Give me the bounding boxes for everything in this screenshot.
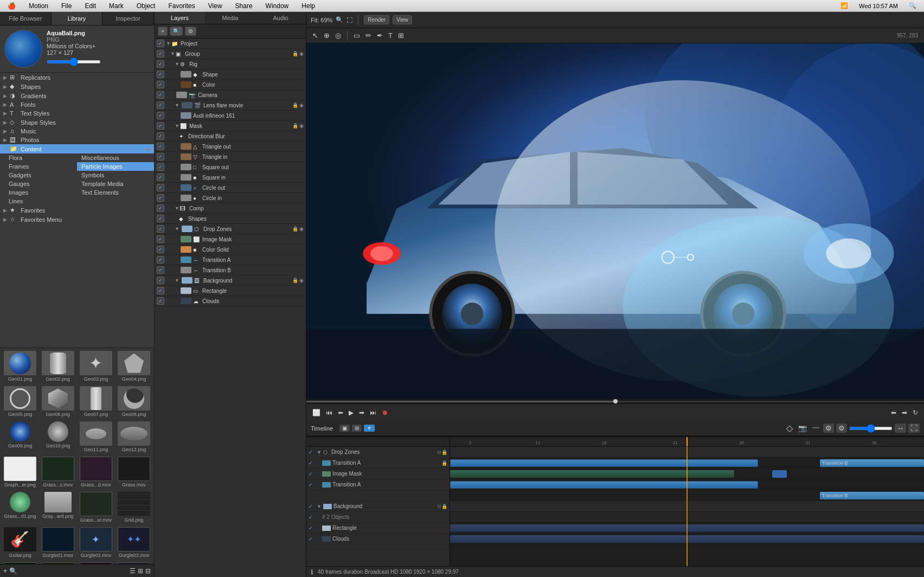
pen-tool[interactable]: ✒: [375, 31, 384, 40]
tab-file-browser[interactable]: File Browser: [0, 12, 52, 25]
next-frame-btn[interactable]: ➡: [357, 409, 366, 416]
layer-circle-out[interactable]: ○ Circle out: [155, 183, 306, 193]
tl-check[interactable]: ✓: [309, 482, 315, 488]
layer-group[interactable]: ▼ ▣ Group 🔒 ◉: [155, 49, 306, 59]
timeline-scrubber-bar[interactable]: [306, 399, 924, 403]
layer-visibility[interactable]: [157, 225, 164, 233]
menu-file[interactable]: File: [58, 1, 75, 11]
thumb-gurgle04[interactable]: ✦ Gurgle04.mov: [2, 561, 38, 564]
render-button[interactable]: Render: [364, 15, 389, 24]
clip-small[interactable]: [772, 470, 786, 478]
sidebar-item-gauges[interactable]: Gauges: [0, 179, 77, 188]
tl-rectangle[interactable]: ✓ Rectangle: [306, 523, 450, 534]
search-layer-btn[interactable]: 🔍: [170, 27, 183, 36]
layer-visibility[interactable]: [157, 266, 164, 274]
thumb-grid[interactable]: Grid.png: [116, 491, 152, 524]
menu-edit[interactable]: Edit: [81, 1, 99, 11]
thumb-geo09[interactable]: Geo09.png: [2, 420, 38, 453]
layer-visibility[interactable]: [157, 235, 164, 243]
layer-visibility[interactable]: [157, 132, 164, 140]
expand-icon[interactable]: ▼: [175, 206, 180, 211]
thumb-gurgle03[interactable]: ✦✦ Gurgle03.mov: [116, 526, 152, 559]
play-btn[interactable]: ▶: [347, 409, 355, 416]
thumb-gray-ard[interactable]: Gray...ard.png: [40, 491, 76, 524]
layer-mask[interactable]: ▼ ⬜ Mask 🔒 ◉: [155, 121, 306, 131]
layer-drop-zones[interactable]: ▼ ⬡ Drop Zones 🔒 ◉: [155, 224, 306, 234]
layer-options-btn[interactable]: ⚙: [185, 27, 196, 36]
thumb-grass-s[interactable]: Grass...s.mov: [40, 456, 76, 489]
menu-share[interactable]: Share: [232, 1, 256, 11]
tl-background[interactable]: ✓ ▼ Background ⊞ 🔒: [306, 501, 450, 512]
sidebar-item-favorites[interactable]: ▶ ★ Favorites: [0, 206, 154, 215]
tl-drop-zones[interactable]: ✓ ▼ ⬡ Drop Zones ⊞ 🔒: [306, 447, 450, 458]
prev-keyframe-btn[interactable]: ⬅: [889, 409, 898, 416]
playhead[interactable]: [686, 437, 688, 446]
layer-visibility[interactable]: [157, 70, 164, 78]
layer-rig[interactable]: ▼ ⚙ Rig: [155, 59, 306, 69]
transform-tool[interactable]: ⊕: [322, 31, 331, 40]
sidebar-item-textstyles[interactable]: ▶ T Text Styles: [0, 109, 154, 118]
timeline-toggle-btn[interactable]: ⬜: [311, 409, 322, 416]
layer-visibility[interactable]: [157, 174, 164, 181]
layer-lens-flare[interactable]: ▼ 🎬 Lens flare movie 🔒 ◉: [155, 100, 306, 111]
layer-visibility[interactable]: [157, 81, 164, 88]
select-tool[interactable]: ↖: [311, 31, 320, 40]
layer-visibility[interactable]: [157, 50, 164, 57]
sidebar-item-replicators[interactable]: ▶ ⊞ Replicators: [0, 73, 154, 82]
preview-slider[interactable]: [47, 60, 101, 63]
thumb-geo11[interactable]: Geo11.png: [78, 420, 114, 453]
thumb-gurgle01[interactable]: Gurgle01.mov: [40, 526, 76, 559]
menu-motion[interactable]: Motion: [25, 1, 52, 11]
menu-object[interactable]: Object: [133, 1, 159, 11]
thumb-graph-er[interactable]: Graph...er.png: [2, 456, 38, 489]
thumb-geo08[interactable]: Geo08.png: [116, 385, 152, 418]
thumb-gurgle02[interactable]: ✦ Gurgle02.mov: [78, 526, 114, 559]
timeline-zoom-slider[interactable]: [849, 427, 893, 430]
add-to-favorites-btn[interactable]: +: [3, 567, 7, 575]
layer-visibility[interactable]: [157, 143, 164, 150]
tl-check[interactable]: ✓: [309, 515, 315, 520]
search-btn[interactable]: 🔍: [9, 567, 17, 575]
layer-visibility[interactable]: [157, 287, 164, 294]
expand-icon[interactable]: ▼: [175, 278, 180, 283]
view-icons-btn[interactable]: ⊞: [138, 567, 143, 575]
add-layer-btn[interactable]: +: [158, 27, 168, 36]
expand-timeline-btn[interactable]: ⛶: [908, 424, 920, 433]
sidebar-item-content[interactable]: ▼ 📁 Content ▶: [0, 144, 154, 153]
sidebar-item-flora[interactable]: Flora: [0, 153, 77, 162]
expand-icon[interactable]: ▼: [175, 226, 180, 232]
layer-clouds[interactable]: ☁ Clouds: [155, 296, 306, 306]
tl-check[interactable]: ✓: [309, 536, 315, 542]
layer-visibility[interactable]: [157, 277, 164, 284]
tab-media[interactable]: Media: [205, 12, 255, 24]
layer-color-solid[interactable]: ■ Color Solid: [155, 245, 306, 255]
layer-visibility[interactable]: [157, 40, 164, 47]
tl-check[interactable]: ✓: [309, 504, 315, 509]
expand-icon[interactable]: ▼: [175, 61, 180, 67]
layer-square-out[interactable]: □ Square out: [155, 162, 306, 172]
view-button[interactable]: View: [393, 15, 412, 24]
tl-transition-a2[interactable]: ✓ Transition A: [306, 479, 450, 490]
tl-transition-a[interactable]: ✓ Transition A 🔒: [306, 458, 450, 469]
timeline-zoom-out[interactable]: ⚙: [823, 424, 834, 433]
clip-transition-a2[interactable]: [450, 481, 758, 489]
thumb-guitar[interactable]: 🎸 Guitar.png: [2, 526, 38, 559]
tl-check[interactable]: ✓: [309, 460, 315, 466]
anchor-tool[interactable]: ◎: [333, 31, 343, 40]
thumb-grass-er-mov[interactable]: Grass...er.mov: [78, 491, 114, 524]
fullscreen-icon[interactable]: ⛶: [347, 17, 352, 23]
go-end-btn[interactable]: ⏭: [368, 409, 378, 416]
sidebar-item-gadgets[interactable]: Gadgets: [0, 171, 77, 179]
menu-help[interactable]: Help: [298, 1, 318, 11]
sidebar-item-particle-images[interactable]: Particle Images: [77, 162, 154, 171]
tl-check[interactable]: ✓: [309, 525, 315, 531]
layer-color[interactable]: ■ Color: [155, 80, 306, 90]
layer-visibility[interactable]: [157, 112, 164, 119]
sidebar-item-favorites-menu[interactable]: ▶ ☆ Favorites Menu: [0, 215, 154, 224]
layer-visibility[interactable]: [157, 153, 164, 161]
layer-square-in[interactable]: ■ Square in: [155, 172, 306, 183]
tab-audio[interactable]: Audio: [255, 12, 306, 24]
layer-visibility[interactable]: [157, 204, 164, 212]
layer-rectangle[interactable]: ▭ Rectangle: [155, 286, 306, 296]
tl-lock[interactable]: 🔒: [441, 460, 447, 466]
